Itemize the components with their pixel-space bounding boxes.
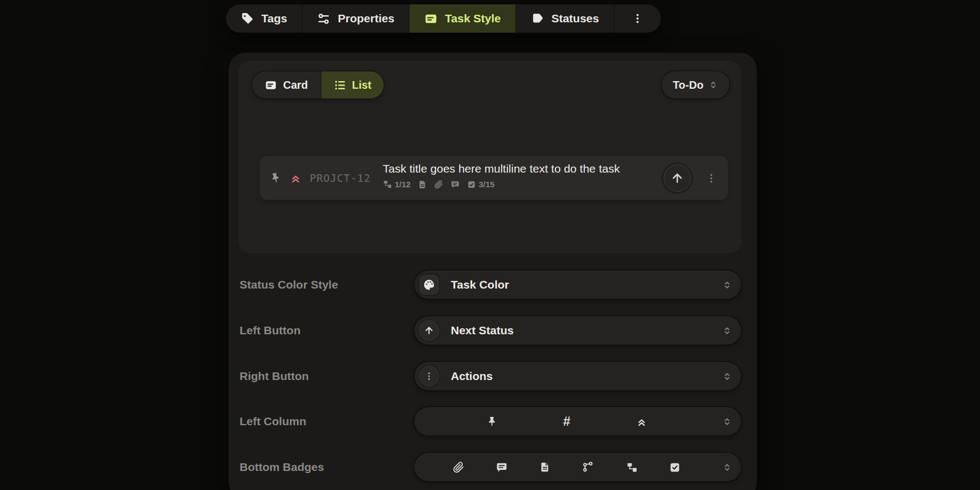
pin-icon bbox=[486, 416, 498, 427]
tag-icon bbox=[241, 12, 254, 26]
tree-icon bbox=[383, 180, 392, 189]
setting-value: Next Status bbox=[451, 324, 514, 337]
tab-statuses[interactable]: Statuses bbox=[516, 4, 615, 33]
task-preview-row[interactable]: PROJCT-12 Task title goes here multiline… bbox=[260, 156, 728, 200]
document-badge bbox=[418, 180, 427, 189]
select-chevrons-icon bbox=[722, 280, 732, 290]
checklist-badge: 3/15 bbox=[467, 180, 494, 189]
left-button-select[interactable]: Next Status bbox=[414, 316, 741, 345]
select-chevrons-icon bbox=[722, 371, 732, 382]
document-icon bbox=[540, 462, 550, 473]
setting-label: Left Column bbox=[240, 415, 306, 428]
checklist-count: 3/15 bbox=[479, 180, 494, 189]
arrow-up-icon bbox=[670, 171, 684, 185]
vertical-ellipsis-icon bbox=[632, 13, 644, 24]
task-actions-button[interactable] bbox=[706, 173, 717, 184]
workflow-icon bbox=[582, 461, 594, 473]
subtasks-count: 1/12 bbox=[395, 180, 411, 189]
bottom-badges-icons bbox=[421, 453, 713, 481]
list-icon bbox=[334, 79, 346, 91]
tree-icon bbox=[626, 462, 638, 473]
view-toggle-list[interactable]: List bbox=[321, 71, 384, 99]
ellipsis-circle-icon bbox=[419, 366, 439, 387]
comment-icon bbox=[496, 462, 507, 473]
setting-row-left-column: Left Column # bbox=[240, 407, 746, 436]
chevrons-up-icon bbox=[636, 416, 647, 427]
arrow-up-circle-icon bbox=[419, 320, 439, 341]
select-chevrons-icon bbox=[708, 80, 718, 90]
tab-properties[interactable]: Properties bbox=[302, 4, 409, 33]
bottom-badges-select[interactable] bbox=[414, 453, 741, 481]
setting-label: Right Button bbox=[240, 370, 309, 383]
view-toggle-label: List bbox=[352, 79, 372, 91]
document-icon bbox=[418, 180, 427, 189]
task-title: Task title goes here multiline text to d… bbox=[383, 162, 620, 175]
status-color-style-select[interactable]: Task Color bbox=[414, 271, 741, 299]
right-button-select[interactable]: Actions bbox=[414, 362, 741, 390]
attachment-badge bbox=[434, 180, 443, 189]
task-style-settings-screen: Tags Properties Task Style Statuses bbox=[0, 0, 980, 490]
sliders-icon bbox=[317, 12, 330, 26]
card-icon bbox=[265, 79, 277, 91]
tab-label: Properties bbox=[338, 12, 394, 25]
setting-row-status-color-style: Status Color Style Task Color bbox=[240, 271, 746, 299]
tab-task-style[interactable]: Task Style bbox=[409, 4, 516, 33]
setting-row-left-button: Left Button Next Status bbox=[240, 316, 746, 345]
comments-badge bbox=[451, 180, 460, 189]
setting-value: Actions bbox=[451, 370, 493, 383]
status-select[interactable]: To-Do bbox=[661, 71, 730, 99]
select-chevrons-icon bbox=[722, 416, 732, 427]
chevrons-up-icon bbox=[290, 172, 302, 184]
setting-label: Status Color Style bbox=[240, 278, 338, 291]
pin-icon bbox=[268, 171, 283, 186]
settings-panel: Card List To-Do bbox=[229, 53, 757, 490]
tab-bar-more-button[interactable] bbox=[614, 4, 661, 33]
hash-icon: # bbox=[563, 414, 570, 429]
comment-icon bbox=[451, 180, 460, 189]
tab-tags[interactable]: Tags bbox=[226, 4, 302, 33]
paperclip-icon bbox=[453, 462, 464, 473]
tab-label: Statuses bbox=[552, 12, 599, 25]
left-column-select[interactable]: # bbox=[414, 407, 741, 436]
view-toggle-label: Card bbox=[283, 79, 308, 91]
status-select-value: To-Do bbox=[673, 79, 703, 91]
task-right-column bbox=[664, 156, 717, 200]
task-left-column: PROJCT-12 bbox=[270, 156, 371, 200]
setting-label: Left Button bbox=[240, 324, 301, 337]
task-badges: 1/12 bbox=[383, 180, 620, 189]
card-lines-icon bbox=[424, 12, 438, 26]
left-column-icons: # bbox=[421, 407, 713, 436]
paperclip-icon bbox=[434, 180, 443, 189]
checkbox-icon bbox=[669, 462, 681, 473]
setting-value: Task Color bbox=[451, 278, 509, 291]
select-chevrons-icon bbox=[722, 326, 732, 336]
next-status-button[interactable] bbox=[664, 164, 691, 192]
setting-row-bottom-badges: Bottom Badges bbox=[240, 453, 746, 481]
checkbox-icon bbox=[467, 180, 476, 189]
subtasks-badge: 1/12 bbox=[383, 180, 411, 189]
task-content: Task title goes here multiline text to d… bbox=[383, 162, 620, 189]
top-tab-bar: Tags Properties Task Style Statuses bbox=[226, 4, 661, 33]
setting-label: Bottom Badges bbox=[240, 461, 324, 474]
tab-label: Task Style bbox=[445, 12, 500, 25]
view-toggle: Card List bbox=[252, 71, 384, 99]
task-project-id: PROJCT-12 bbox=[310, 172, 371, 184]
setting-row-right-button: Right Button Actions bbox=[240, 362, 746, 390]
view-toggle-card[interactable]: Card bbox=[252, 71, 321, 99]
palette-icon bbox=[419, 274, 439, 295]
tab-label: Tags bbox=[261, 12, 287, 25]
select-chevrons-icon bbox=[722, 462, 732, 473]
preview-area: Card List To-Do bbox=[238, 61, 742, 253]
status-label-icon bbox=[531, 12, 544, 26]
